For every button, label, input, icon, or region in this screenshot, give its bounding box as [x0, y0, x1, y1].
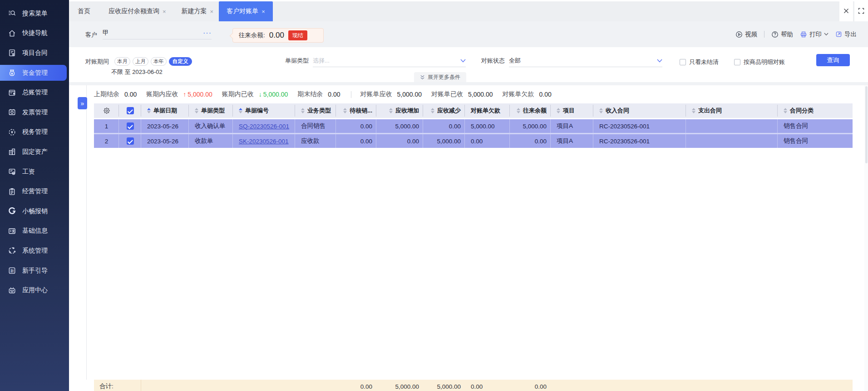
sidebar-item-search-menu[interactable]: 搜索菜单 [0, 4, 69, 24]
customer-input[interactable]: 甲 ··· [103, 27, 212, 39]
sort-icon[interactable] [431, 108, 434, 114]
sort-icon[interactable] [599, 108, 603, 114]
sidebar-item-invoice-management[interactable]: 发票管理 [0, 103, 69, 122]
header-contract-category[interactable]: 合同分类 [778, 103, 853, 118]
customer-label: 客户 [85, 31, 97, 39]
tab-home[interactable]: 首页 [78, 1, 90, 21]
summary-value: 0.00 [539, 91, 552, 98]
doc-type-select[interactable]: 选择... [313, 55, 466, 67]
period-this-month[interactable]: 本月 [114, 57, 130, 66]
scrollbar[interactable] [864, 85, 868, 391]
sort-icon[interactable] [147, 108, 151, 114]
table-row[interactable]: 1 2023-05-26 收入确认单 SQ-20230526-001 合同销售 … [94, 118, 853, 133]
row-checkbox[interactable] [119, 134, 141, 148]
period-custom[interactable]: 自定义 [169, 57, 192, 66]
doc-no-link[interactable]: SK-20230526-001 [239, 138, 289, 145]
header-doc-date[interactable]: 单据日期 [141, 103, 189, 118]
summary-value: 5,000.00 [187, 91, 212, 98]
header-statement-debt[interactable]: 对账单欠款 [465, 103, 510, 118]
header-pending[interactable]: 待核销... [336, 103, 376, 118]
summary-label: 对账单已收 [431, 90, 463, 98]
period-last-month[interactable]: 上月 [133, 57, 148, 66]
sidebar-item-xiaochang-expense[interactable]: 小畅报销 [0, 201, 69, 221]
sidebar-item-label: 总账管理 [22, 88, 48, 97]
scrollbar-thumb[interactable] [865, 86, 868, 163]
tab-balance-query[interactable]: 应收应付余额查询× [108, 1, 166, 21]
sidebar-item-label: 固定资产 [22, 148, 48, 156]
chevron-down-icon [460, 59, 466, 63]
header-doc-no[interactable]: 单据编号 [233, 103, 295, 118]
checked-checkbox[interactable] [127, 137, 134, 145]
checked-checkbox[interactable] [127, 107, 134, 114]
sidebar-item-label: 资金管理 [22, 69, 48, 77]
row-checkbox[interactable] [119, 119, 141, 133]
sort-icon[interactable] [301, 108, 305, 114]
period-range[interactable]: 不限 至 2023-06-02 [111, 68, 163, 76]
sidebar-item-funds-management[interactable]: 资金管理 [0, 63, 69, 83]
sort-icon[interactable] [239, 108, 242, 114]
sort-icon[interactable] [692, 108, 695, 114]
sidebar-item-quick-nav[interactable]: 快捷导航 [0, 24, 69, 44]
sidebar-item-fixed-assets[interactable]: 固定资产 [0, 142, 69, 162]
header-doc-type[interactable]: 单据类型 [189, 103, 233, 118]
checked-checkbox[interactable] [127, 122, 134, 130]
doc-no-link[interactable]: SQ-20230526-001 [239, 123, 289, 130]
checkbox-by-product[interactable]: 按商品明细对账 [734, 58, 785, 66]
sidebar-item-label: 项目合同 [22, 49, 48, 57]
sidebar-item-app-center[interactable]: 应用中心 [0, 280, 69, 300]
sidebar-item-project-contract[interactable]: 项目合同 [0, 43, 69, 63]
sort-icon[interactable] [389, 108, 393, 114]
sort-icon[interactable] [195, 108, 198, 114]
tab-close-icon[interactable]: × [261, 8, 265, 15]
sidebar-item-general-ledger[interactable]: 总账管理 [0, 83, 69, 103]
header-ar-decrease[interactable]: 应收减少 [423, 103, 465, 118]
header-balance[interactable]: 往来余额 [510, 103, 551, 118]
header-project[interactable]: 项目 [551, 103, 593, 118]
summary-label: 上期结余 [94, 90, 119, 98]
sort-icon[interactable] [517, 108, 520, 114]
help-button[interactable]: 帮助 [771, 30, 793, 39]
home-icon [8, 29, 16, 38]
sidebar-item-operation-management[interactable]: 经营管理 [0, 181, 69, 201]
checkbox-box[interactable] [734, 59, 740, 65]
expand-more-button[interactable]: 展开更多条件 [414, 72, 466, 82]
tax-icon [8, 128, 16, 137]
video-button[interactable]: 视频 [735, 30, 757, 39]
more-options-icon[interactable]: ··· [203, 31, 212, 35]
sort-icon[interactable] [343, 108, 347, 114]
sidebar-item-base-info[interactable]: 基础信息 [0, 221, 69, 241]
close-window-button[interactable] [839, 0, 853, 21]
cell-statement-debt: 5,000.00 [465, 119, 510, 133]
select-all-checkbox[interactable] [119, 103, 141, 118]
cell-ar-increase: 5,000.00 [376, 119, 423, 133]
sidebar-item-beginner-guide[interactable]: 新新手引导 [0, 261, 69, 281]
sidebar-item-payroll[interactable]: 工资 [0, 162, 69, 182]
sort-icon[interactable] [557, 108, 560, 114]
period-this-year[interactable]: 本年 [151, 57, 167, 66]
status-select[interactable]: 全部 [509, 55, 662, 67]
search-button[interactable]: 查询 [816, 54, 850, 66]
expand-side-button[interactable]: » [78, 97, 87, 109]
sidebar-item-system-management[interactable]: 系统管理 [0, 241, 69, 261]
checkbox-box[interactable] [680, 59, 686, 65]
double-chevron-down-icon [420, 75, 425, 80]
print-button[interactable]: 打印 [800, 30, 829, 39]
table-row[interactable]: 2 2023-05-26 收款单 SK-20230526-001 应收款 0.0… [94, 133, 853, 148]
checkbox-unsettled[interactable]: 只看未结清 [680, 58, 719, 66]
export-button[interactable]: 导出 [835, 30, 857, 39]
gear-icon[interactable] [103, 107, 110, 114]
sort-icon[interactable] [784, 108, 787, 114]
tab-customer-statement[interactable]: 客户对账单× [219, 1, 273, 21]
row-seq: 1 [94, 119, 119, 133]
header-income-contract[interactable]: 收入合同 [593, 103, 686, 118]
summary-label: 期末结余 [297, 90, 323, 98]
fullscreen-button[interactable] [854, 0, 868, 21]
header-ar-increase[interactable]: 应收增加 [376, 103, 423, 118]
tab-close-icon[interactable]: × [210, 8, 214, 15]
tab-close-icon[interactable]: × [163, 8, 166, 15]
tab-new-plan[interactable]: 新建方案× [182, 1, 214, 21]
header-expense-contract[interactable]: 支出合同 [686, 103, 778, 118]
column-settings-header[interactable] [94, 103, 119, 118]
header-biz-type[interactable]: 业务类型 [295, 103, 336, 118]
sidebar-item-tax-management[interactable]: 税务管理 [0, 122, 69, 142]
